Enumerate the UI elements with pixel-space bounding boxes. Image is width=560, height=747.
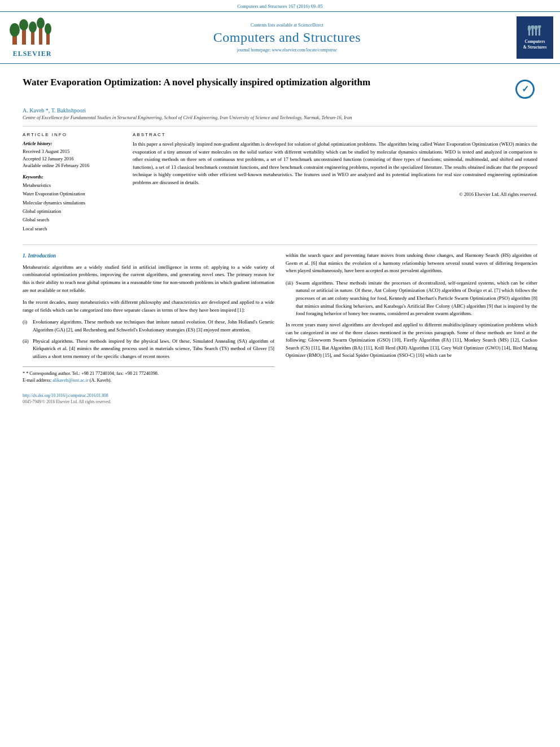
accepted-date: Accepted 12 January 2016 bbox=[23, 155, 121, 163]
article-title-section: Water Evaporation Optimization: A novel … bbox=[23, 69, 537, 104]
crossmark-badge: ✓ CrossMark bbox=[515, 79, 537, 101]
keyword-1: Metaheuristics bbox=[23, 181, 121, 190]
body-right-col: within the search space and preventing f… bbox=[286, 252, 537, 384]
journal-name: Computers and Structures bbox=[63, 30, 511, 45]
journal-homepage: journal homepage: www.elsevier.com/locat… bbox=[63, 47, 511, 53]
article-history-block: Article history: Received 3 August 2015 … bbox=[23, 141, 121, 169]
cover-journal-title: Computers& Structures bbox=[523, 39, 547, 50]
cover-columns-icon bbox=[528, 25, 542, 37]
footnote: * * Corresponding author. Tel.: +98 21 7… bbox=[23, 366, 274, 385]
list-marker-ii: (ii) bbox=[23, 338, 30, 361]
journal-title-block: Contents lists available at ScienceDirec… bbox=[63, 23, 511, 53]
intro-para-1: Metaheuristic algorithms are a widely st… bbox=[23, 264, 274, 295]
svg-point-18 bbox=[538, 25, 541, 28]
list-marker-i: (i) bbox=[23, 318, 30, 334]
keyword-3: Molecular dynamics simulations bbox=[23, 199, 121, 207]
page-footer: http://dx.doi.org/10.1016/j.compstruc.20… bbox=[0, 390, 560, 409]
elsevier-logo: ELSEVIER bbox=[7, 18, 58, 58]
svg-point-7 bbox=[37, 18, 45, 29]
keywords-label: Keywords: bbox=[23, 174, 121, 180]
keyword-2: Water Evaporation Optimization bbox=[23, 190, 121, 198]
authors-line: A. Kaveh *, T. Bakhshpoori bbox=[23, 107, 537, 113]
info-abstract-section: ARTICLE INFO Article history: Received 3… bbox=[23, 126, 537, 238]
svg-text:✓: ✓ bbox=[522, 84, 529, 94]
right-para-1: within the search space and preventing f… bbox=[286, 252, 537, 275]
abstract-column: ABSTRACT In this paper a novel physicall… bbox=[133, 132, 537, 238]
doi-link[interactable]: http://dx.doi.org/10.1016/j.compstruc.20… bbox=[23, 393, 108, 398]
crossmark-icon: ✓ CrossMark bbox=[515, 79, 535, 99]
list-text-i: Evolutionary algorithms. These methods u… bbox=[33, 318, 274, 334]
footnote-tel: * Corresponding author. Tel.: +98 21 772… bbox=[26, 371, 159, 376]
svg-rect-6 bbox=[39, 28, 42, 45]
svg-point-9 bbox=[45, 23, 51, 34]
article-info-column: ARTICLE INFO Article history: Received 3… bbox=[23, 132, 121, 238]
keyword-6: Local search bbox=[23, 225, 121, 233]
abstract-header: ABSTRACT bbox=[133, 132, 537, 137]
svg-rect-4 bbox=[31, 32, 34, 45]
available-date: Available online 26 February 2016 bbox=[23, 162, 121, 169]
journal-header: ELSEVIER Contents lists available at Sci… bbox=[0, 11, 560, 64]
author-names: A. Kaveh *, T. Bakhshpoori bbox=[23, 107, 86, 113]
elsevier-tree-icon bbox=[10, 18, 55, 49]
footnote-star-line: * * Corresponding author. Tel.: +98 21 7… bbox=[23, 370, 274, 377]
journal-citation: Computers and Structures 167 (2016) 69–8… bbox=[237, 3, 322, 9]
footer-doi: http://dx.doi.org/10.1016/j.compstruc.20… bbox=[23, 393, 537, 398]
svg-rect-15 bbox=[535, 29, 537, 36]
keywords-block: Keywords: Metaheuristics Water Evaporati… bbox=[23, 174, 121, 233]
svg-point-12 bbox=[528, 25, 531, 31]
svg-point-5 bbox=[29, 21, 37, 33]
svg-point-1 bbox=[10, 23, 20, 37]
footnote-email[interactable]: alikaveh@iust.ac.ir bbox=[53, 378, 88, 383]
section1-title: 1. Introduction bbox=[23, 252, 274, 260]
received-date: Received 3 August 2015 bbox=[23, 148, 121, 155]
svg-rect-17 bbox=[539, 28, 540, 36]
svg-point-3 bbox=[19, 19, 28, 30]
main-content: Water Evaporation Optimization: A novel … bbox=[0, 64, 560, 390]
svg-point-16 bbox=[535, 25, 538, 30]
keyword-4: Global optimization bbox=[23, 207, 121, 216]
affiliation: Centre of Excellence for Fundamental Stu… bbox=[23, 115, 537, 121]
history-label: Article history: bbox=[23, 141, 121, 146]
keywords-list: Metaheuristics Water Evaporation Optimiz… bbox=[23, 181, 121, 233]
sciencedirect-link[interactable]: ScienceDirect bbox=[298, 23, 323, 28]
svg-point-14 bbox=[531, 25, 535, 29]
body-section: 1. Introduction Metaheuristic algorithms… bbox=[23, 252, 537, 384]
svg-rect-2 bbox=[22, 29, 26, 45]
keyword-5: Global search bbox=[23, 216, 121, 224]
list-marker-iii: (iii) bbox=[286, 279, 294, 318]
section-divider bbox=[23, 244, 537, 245]
svg-rect-8 bbox=[46, 33, 50, 45]
footer-issn: 0045-7949/© 2016 Elsevier Ltd. All right… bbox=[23, 399, 537, 404]
body-left-col: 1. Introduction Metaheuristic algorithms… bbox=[23, 252, 274, 384]
footnote-email-suffix: (A. Kaveh). bbox=[90, 378, 112, 383]
list-item-iii: (iii) Swarm algorithms. These methods im… bbox=[286, 279, 537, 318]
right-para-2: In recent years many novel algorithms ar… bbox=[286, 321, 537, 360]
abstract-text: In this paper a novel physically inspire… bbox=[133, 141, 537, 187]
svg-point-10 bbox=[31, 40, 33, 42]
sciencedirect-line: Contents lists available at ScienceDirec… bbox=[63, 23, 511, 28]
journal-citation-bar: Computers and Structures 167 (2016) 69–8… bbox=[0, 0, 560, 11]
list-item-ii: (ii) Physical algorithms. These methods … bbox=[23, 338, 274, 361]
svg-text:CrossMark: CrossMark bbox=[519, 96, 530, 99]
copyright-line: © 2016 Elsevier Ltd. All rights reserved… bbox=[133, 191, 537, 197]
journal-cover-image: Computers& Structures bbox=[517, 16, 553, 59]
list-item-i: (i) Evolutionary algorithms. These metho… bbox=[23, 318, 274, 334]
article-info-header: ARTICLE INFO bbox=[23, 132, 121, 137]
footnote-email-line: E-mail address: alikaveh@iust.ac.ir (A. … bbox=[23, 377, 274, 384]
intro-para-2: In the recent decades, many metaheuristi… bbox=[23, 299, 274, 314]
elsevier-wordmark: ELSEVIER bbox=[13, 50, 52, 58]
list-text-ii: Physical algorithms. These methods inspi… bbox=[33, 338, 274, 361]
article-title: Water Evaporation Optimization: A novel … bbox=[23, 76, 370, 89]
list-text-iii: Swarm algorithms. These methods imitate … bbox=[296, 279, 537, 318]
